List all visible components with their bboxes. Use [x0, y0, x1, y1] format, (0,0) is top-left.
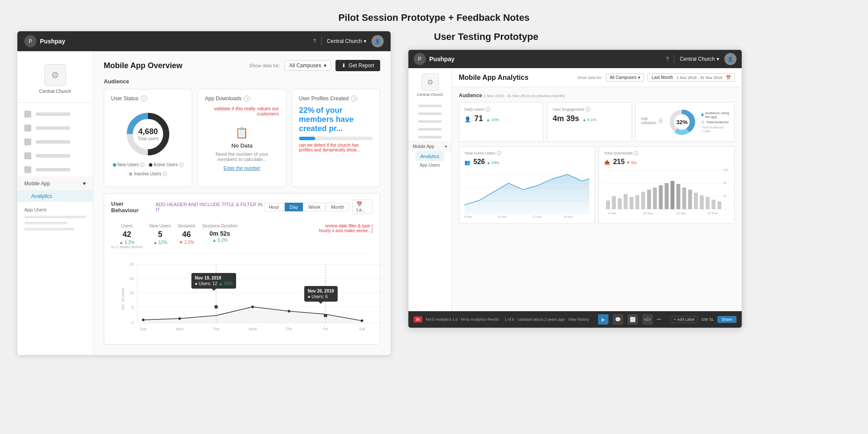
user-status-info-icon[interactable]: i	[141, 95, 147, 102]
proto-help-icon[interactable]: ?	[666, 56, 669, 62]
proto-audience-period: 1 Nov 2019 - 31 Nov 2019 (vs previous mo…	[483, 94, 565, 98]
right-panel-title: User Testing Prototype	[434, 31, 538, 43]
proto-adoption-info[interactable]: i	[659, 118, 662, 123]
proto-audience-label: Audience	[459, 92, 482, 99]
proto-comment-btn[interactable]: 💬	[613, 314, 623, 325]
pie-dot-audience	[701, 113, 704, 116]
church-dropdown[interactable]: Central Church ▾	[327, 38, 366, 44]
proto-active-title: Total Active Users i	[464, 151, 589, 155]
nav-icon-4	[24, 152, 31, 159]
proto-code-btn[interactable]: </>	[642, 314, 653, 325]
proto-active-info[interactable]: i	[497, 151, 501, 155]
stat-new-users: New Users 5 ▲ 12%	[150, 224, 171, 249]
show-data-label: Show data for:	[249, 63, 280, 68]
donut-chart-container: 4,680 Total users New Users i	[111, 106, 185, 181]
pie-dot-total	[701, 121, 704, 124]
enter-number-link[interactable]: Enter the number	[224, 165, 260, 171]
main-content: Mobile App Overview Show data for: All C…	[93, 51, 391, 355]
proto-analytics-nav[interactable]: Analytics	[416, 151, 444, 161]
help-icon[interactable]: ?	[313, 38, 316, 44]
no-data-desc: Need the number of your members to calcu…	[209, 151, 274, 162]
proto-nav-5[interactable]	[408, 133, 451, 141]
proto-user-avatar[interactable]: 👤	[724, 53, 736, 65]
date-picker-btn[interactable]: 📅 La...	[352, 200, 373, 214]
svg-point-21	[361, 319, 363, 322]
proto-engagement-info[interactable]: i	[585, 107, 590, 112]
sidebar-mobile-app[interactable]: Mobile App ▾	[17, 177, 93, 190]
chevron-down-icon: ▾	[364, 38, 366, 44]
proto-frame-btn[interactable]: ⬜	[628, 314, 638, 325]
proto-campus-chevron: ▾	[638, 75, 640, 80]
stat-users-label: Users	[111, 224, 143, 228]
stat-sessions: Sessions 46 ▼ 2.2%	[178, 224, 195, 249]
campus-value: All Campuses	[289, 62, 321, 69]
hour-filter-btn[interactable]: Hour	[264, 203, 284, 211]
proto-campus-dropdown[interactable]: All Campuses ▾	[606, 73, 644, 82]
profiles-percent-value: 22%	[299, 106, 315, 115]
campus-dropdown[interactable]: All Campuses ▾	[284, 60, 331, 71]
proto-daily-info[interactable]: i	[486, 107, 490, 112]
download-icon: ⬇	[342, 62, 346, 69]
proto-nav-2[interactable]	[408, 110, 451, 118]
stat-sessions-value: 46	[178, 230, 195, 239]
svg-text:Tue: Tue	[213, 327, 219, 331]
sidebar-item-3[interactable]	[17, 135, 93, 149]
proto-play-btn[interactable]: ▶	[598, 314, 608, 325]
proto-church-dropdown[interactable]: Central Church ▾	[680, 56, 719, 62]
proto-downloads-info[interactable]: i	[634, 151, 638, 155]
proto-mobile-app-section[interactable]: Mobile App ▾	[408, 141, 451, 151]
proto-nav-3[interactable]	[408, 118, 451, 125]
user-avatar[interactable]: 👤	[372, 35, 384, 47]
proto-bottom-charts-row: Total Active Users i 👥 526 ▲ 18%	[459, 146, 735, 224]
behaviour-chart: NO. of users 0 5 10	[124, 260, 373, 338]
sidebar-item-4[interactable]	[17, 149, 93, 163]
proto-logo-icon: P	[414, 53, 426, 65]
stat-duration-change: ▲ 5.2%	[202, 238, 237, 243]
svg-rect-57	[653, 187, 657, 209]
proto-date-range[interactable]: Last Month 1 Nov 2019 - 31 Nov 2019 📅	[648, 73, 735, 82]
proto-date-value: 1 Nov 2019 - 31 Nov 2019	[677, 76, 722, 80]
invision-bottom-bar: in MAS-Analytics 1.0 · MAS-Analytics-Rev…	[408, 311, 742, 328]
svg-text:Wed: Wed	[249, 327, 256, 331]
proto-app-users-nav[interactable]: App Users	[415, 161, 444, 169]
legend-info-1[interactable]: i	[140, 163, 145, 167]
sidebar-analytics-item[interactable]: Analytics	[17, 190, 93, 202]
sidebar-item-5[interactable]	[17, 163, 93, 177]
legend-inactive-users: Inactive Users i	[129, 171, 167, 176]
proto-share-btn[interactable]: Share	[717, 316, 736, 323]
legend-new-users: New Users i	[113, 162, 145, 167]
month-filter-btn[interactable]: Month	[326, 203, 349, 211]
stat-duration-label: Sessions Duration	[202, 224, 237, 228]
sidebar-item-2[interactable]	[17, 121, 93, 135]
app-downloads-info-icon[interactable]: i	[244, 95, 250, 102]
svg-rect-58	[659, 185, 663, 209]
proto-add-label-btn[interactable]: + Add Label	[670, 316, 698, 323]
sidebar: ⚙ Central Church	[17, 51, 93, 355]
svg-text:8 Nov: 8 Nov	[464, 214, 472, 218]
legend-info-3[interactable]: i	[163, 172, 167, 176]
proto-header-controls: Show data for: All Campuses ▾ Last Month…	[577, 73, 735, 82]
stat-users-note: vs 2 weeks before	[111, 245, 143, 249]
svg-rect-51	[618, 198, 622, 209]
get-report-label: Get Report	[349, 62, 374, 69]
svg-point-16	[178, 317, 181, 320]
proto-nav-1[interactable]	[408, 102, 451, 110]
proto-logo: P Pushpay	[414, 53, 454, 65]
proto-nav-4[interactable]	[408, 125, 451, 133]
day-filter-btn[interactable]: Day	[285, 203, 303, 211]
proto-content-area: Mobile App Analytics Show data for: All …	[452, 68, 742, 311]
nav-icon-2	[24, 125, 31, 132]
proto-active-change: ▲ 18%	[487, 161, 499, 165]
user-profiles-info-icon[interactable]: i	[351, 95, 357, 102]
pie-label-total: Total Audience	[706, 120, 729, 124]
sidebar-item-1[interactable]	[17, 107, 93, 121]
proto-more-btn[interactable]: •••	[657, 317, 661, 322]
behaviour-stats-row: Users 42 ▲ 1.2% vs 2 weeks before New Us…	[111, 219, 373, 254]
proto-downloads-card: Total Downloads i 📥 215 ▼ 5%	[598, 146, 735, 224]
app-topbar: P Pushpay ? Central Church ▾ 👤	[17, 31, 391, 51]
proto-downloads-title: Total Downloads i	[604, 151, 729, 155]
get-report-button[interactable]: ⬇ Get Report	[335, 60, 380, 71]
week-filter-btn[interactable]: Week	[304, 203, 326, 211]
proto-body: ⚙ Central Church Mobile App ▾	[408, 68, 742, 311]
legend-info-2[interactable]: i	[179, 163, 184, 167]
